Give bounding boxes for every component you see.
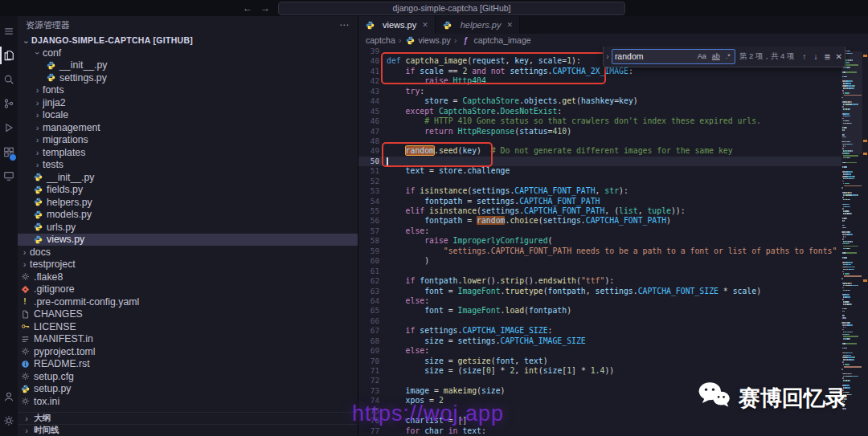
timeline-section[interactable]: › 时间线 bbox=[18, 424, 358, 436]
tree-item-.pre-commit-config.yaml[interactable]: !.pre-commit-config.yaml bbox=[18, 295, 358, 308]
minimap-line bbox=[841, 215, 862, 217]
code-line-43[interactable]: 43 try: bbox=[358, 87, 868, 96]
code-line-53[interactable]: 53 if isinstance(settings.CAPTCHA_FONT_P… bbox=[358, 186, 868, 196]
breadcrumb-item-captcha[interactable]: captcha bbox=[366, 35, 395, 45]
outline-section[interactable]: › 大纲 bbox=[18, 412, 358, 424]
code-line-70[interactable]: 70 size = getsize(font, text) bbox=[358, 357, 868, 366]
code-line-62[interactable]: 62 if fontpath.lower().strip().endswith(… bbox=[358, 276, 868, 286]
settings-icon[interactable] bbox=[0, 409, 18, 433]
find-input[interactable]: random Aa ab .* bbox=[612, 49, 735, 64]
code-line-69[interactable]: 69 else: bbox=[358, 346, 868, 356]
code-line-48[interactable]: 48 bbox=[358, 137, 868, 146]
tree-item-docs[interactable]: ›docs bbox=[18, 246, 358, 259]
source-control-icon[interactable] bbox=[0, 92, 18, 116]
tree-item-__init__.py[interactable]: __init__.py bbox=[18, 59, 358, 72]
code-line-77[interactable]: 77 for char in text: bbox=[358, 426, 868, 436]
menu-icon[interactable] bbox=[0, 19, 18, 43]
code-line-68[interactable]: 68 size = settings.CAPTCHA_IMAGE_SIZE bbox=[358, 336, 868, 346]
tab-helpers.py[interactable]: helpers.py✕ bbox=[436, 16, 520, 34]
tree-item-tests[interactable]: ›tests bbox=[18, 159, 358, 172]
command-center[interactable]: django-simple-captcha [GitHub] bbox=[278, 2, 625, 15]
tree-item-fields.py[interactable]: fields.py bbox=[18, 184, 358, 197]
tree-item-.gitignore[interactable]: .gitignore bbox=[18, 283, 358, 296]
code-line-76[interactable]: 76 charlist = [] bbox=[358, 416, 868, 426]
tree-item-pyproject.toml[interactable]: pyproject.toml bbox=[18, 345, 358, 358]
tree-item-tox.ini[interactable]: tox.ini bbox=[18, 395, 358, 408]
breadcrumb-item-captcha_image[interactable]: ƒcaptcha_image bbox=[460, 35, 530, 45]
back-icon[interactable]: ← bbox=[243, 0, 252, 16]
tree-item-label: README.rst bbox=[34, 358, 90, 369]
explorer-icon[interactable] bbox=[0, 43, 18, 67]
more-actions-icon[interactable]: ⋯ bbox=[339, 19, 350, 31]
find-in-selection-icon[interactable]: ≣ bbox=[821, 52, 833, 61]
close-tab-icon[interactable]: ✕ bbox=[422, 21, 428, 29]
code-line-50[interactable]: 50 bbox=[358, 157, 868, 166]
tree-item-.flake8[interactable]: .flake8 bbox=[18, 271, 358, 283]
tab-views.py[interactable]: views.py✕ bbox=[358, 16, 436, 34]
tree-item-setup.py[interactable]: setup.py bbox=[18, 383, 358, 396]
tree-item-testproject[interactable]: ›testproject bbox=[18, 259, 358, 271]
match-case-icon[interactable]: Aa bbox=[696, 52, 708, 60]
tree-item-migrations[interactable]: ›migrations bbox=[18, 134, 358, 147]
next-match-icon[interactable]: ↓ bbox=[810, 52, 821, 61]
code-line-44[interactable]: 44 store = CaptchaStore.objects.get(hash… bbox=[358, 96, 868, 106]
forward-icon[interactable]: → bbox=[260, 0, 270, 16]
remote-icon[interactable] bbox=[0, 164, 18, 188]
code-line-58[interactable]: 58 raise ImproperlyConfigured( bbox=[358, 236, 868, 246]
tree-item-jinja2[interactable]: ›jinja2 bbox=[18, 96, 358, 109]
close-tab-icon[interactable]: ✕ bbox=[507, 21, 514, 29]
tree-item-models.py[interactable]: models.py bbox=[18, 209, 358, 222]
extensions-icon[interactable] bbox=[0, 140, 18, 164]
code-line-55[interactable]: 55 elif isinstance(settings.CAPTCHA_FONT… bbox=[358, 206, 868, 216]
code-line-67[interactable]: 67 if settings.CAPTCHA_IMAGE_SIZE: bbox=[358, 326, 868, 336]
tree-item-__init__.py[interactable]: __init__.py bbox=[18, 171, 358, 184]
tree-item-helpers.py[interactable]: helpers.py bbox=[18, 196, 358, 209]
tree-item-management[interactable]: ›management bbox=[18, 121, 358, 134]
whole-word-icon[interactable]: ab bbox=[710, 52, 722, 60]
code-line-51[interactable]: 51 text = store.challenge bbox=[358, 166, 868, 176]
code-line-59[interactable]: 59 "settings.CAPTCHA_FONT_PATH needs to … bbox=[358, 247, 868, 256]
tree-item-fonts[interactable]: ›fonts bbox=[18, 84, 358, 97]
code-line-60[interactable]: 60 ) bbox=[358, 256, 868, 266]
project-section-header[interactable]: ⌄ DJANGO-SIMPLE-CAPTCHA [GITHUB] bbox=[18, 34, 358, 47]
tree-item-LICENSE[interactable]: LICENSE bbox=[18, 320, 358, 333]
tree-item-README.rst[interactable]: README.rst bbox=[18, 358, 358, 371]
code-line-71[interactable]: 71 size = (size[0] * 2, int(size[1] * 1.… bbox=[358, 366, 868, 376]
code-line-65[interactable]: 65 font = ImageFont.load(fontpath) bbox=[358, 306, 868, 316]
code-line-57[interactable]: 57 else: bbox=[358, 226, 868, 236]
minimap[interactable] bbox=[841, 47, 862, 436]
code-line-41[interactable]: 41 if scale == 2 and not settings.CAPTCH… bbox=[358, 67, 868, 76]
previous-match-icon[interactable]: ↑ bbox=[799, 52, 810, 61]
run-debug-icon[interactable] bbox=[0, 116, 18, 140]
code-line-63[interactable]: 63 font = ImageFont.truetype(fontpath, s… bbox=[358, 287, 868, 296]
tree-item-templates[interactable]: ›templates bbox=[18, 146, 358, 159]
code-line-54[interactable]: 54 fontpath = settings.CAPTCHA_FONT_PATH bbox=[358, 197, 868, 206]
tree-item-views.py[interactable]: views.py bbox=[18, 234, 358, 247]
code-line-45[interactable]: 45 except CaptchaStore.DoesNotExist: bbox=[358, 107, 868, 116]
code-line-47[interactable]: 47 return HttpResponse(status=410) bbox=[358, 127, 868, 137]
tree-item-urls.py[interactable]: urls.py bbox=[18, 221, 358, 234]
tree-item-conf[interactable]: ›conf bbox=[18, 47, 358, 59]
code-line-56[interactable]: 56 fontpath = random.choice(settings.CAP… bbox=[358, 216, 868, 226]
code-line-64[interactable]: 64 else: bbox=[358, 296, 868, 306]
code-editor[interactable]: 3940def captcha_image(request, key, scal… bbox=[358, 47, 868, 436]
code-line-66[interactable]: 66 bbox=[358, 316, 868, 326]
tree-item-settings.py[interactable]: settings.py bbox=[18, 71, 358, 84]
code-line-52[interactable]: 52 bbox=[358, 177, 868, 186]
code-line-42[interactable]: 42 raise Http404 bbox=[358, 76, 868, 86]
code-line-46[interactable]: 46 # HTTP 410 Gone status so that crawle… bbox=[358, 116, 868, 126]
regex-icon[interactable]: .* bbox=[724, 52, 732, 60]
code-line-61[interactable]: 61 bbox=[358, 267, 868, 276]
tree-item-setup.cfg[interactable]: setup.cfg bbox=[18, 370, 358, 383]
toggle-replace-icon[interactable]: › bbox=[604, 52, 612, 61]
line-number: 64 bbox=[358, 296, 379, 306]
line-number: 46 bbox=[358, 116, 379, 126]
account-icon[interactable] bbox=[0, 385, 18, 409]
code-line-49[interactable]: 49 random.seed(key) # Do not generate di… bbox=[358, 146, 868, 156]
close-icon[interactable]: ✕ bbox=[833, 52, 845, 61]
search-icon[interactable] bbox=[0, 67, 18, 92]
tree-item-CHANGES[interactable]: CHANGES bbox=[18, 308, 358, 321]
tree-item-MANIFEST.in[interactable]: MANIFEST.in bbox=[18, 333, 358, 346]
breadcrumb-item-views.py[interactable]: views.py bbox=[404, 35, 450, 45]
tree-item-locale[interactable]: ›locale bbox=[18, 109, 358, 122]
